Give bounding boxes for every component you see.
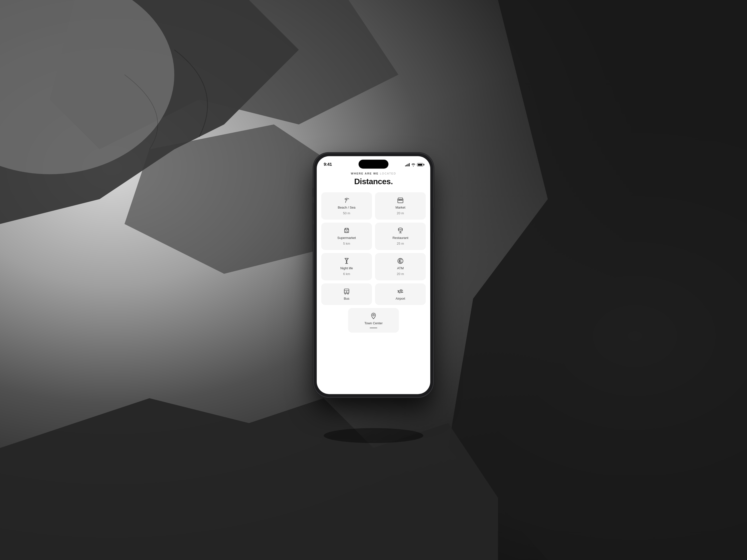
card-night-life[interactable]: Night life 6 km bbox=[321, 253, 372, 280]
card-nightlife-name: Night life bbox=[340, 266, 353, 270]
svg-point-24 bbox=[373, 314, 375, 316]
card-supermarket-distance: 5 km bbox=[343, 242, 350, 245]
app-subtitle: WHERE ARE WE LOCATED bbox=[317, 172, 430, 175]
status-icons bbox=[405, 163, 423, 166]
card-restaurant-distance: 25 m bbox=[397, 242, 404, 245]
distance-grid: Beach / Sea 50 m Market 20 m bbox=[317, 192, 430, 305]
card-supermarket-name: Supermarket bbox=[337, 236, 356, 240]
app-content: WHERE ARE WE LOCATED Distances. Beach / … bbox=[317, 169, 430, 338]
status-time: 9:41 bbox=[324, 162, 332, 167]
market-icon bbox=[397, 196, 404, 204]
card-supermarket[interactable]: Supermarket 5 km bbox=[321, 222, 372, 250]
card-beach-distance: 50 m bbox=[343, 211, 350, 215]
card-restaurant[interactable]: Restaurant 25 m bbox=[375, 222, 426, 250]
supermarket-icon bbox=[343, 227, 350, 234]
location-pin-icon bbox=[370, 312, 377, 319]
volume-down-button bbox=[312, 224, 314, 241]
euro-icon bbox=[397, 257, 404, 264]
phone-mockup: 9:41 bbox=[314, 153, 433, 397]
card-market-name: Market bbox=[395, 206, 405, 209]
card-atm-distance: 20 m bbox=[397, 272, 404, 276]
card-beach-sea[interactable]: Beach / Sea 50 m bbox=[321, 192, 372, 219]
card-atm[interactable]: ATM 20 m bbox=[375, 253, 426, 280]
svg-rect-6 bbox=[346, 231, 347, 233]
card-market-distance: 20 m bbox=[397, 211, 404, 215]
volume-up-button bbox=[312, 203, 314, 220]
phone-frame: 9:41 bbox=[314, 153, 433, 397]
power-button bbox=[433, 208, 435, 233]
card-nightlife-distance: 6 km bbox=[343, 272, 350, 276]
card-bus[interactable]: Bus bbox=[321, 283, 372, 305]
restaurant-icon bbox=[397, 227, 404, 234]
bottom-card-row: Town Center bbox=[317, 308, 430, 332]
bus-icon bbox=[343, 288, 350, 295]
card-restaurant-name: Restaurant bbox=[392, 236, 408, 240]
cocktail-icon bbox=[343, 257, 350, 264]
card-town-center[interactable]: Town Center bbox=[348, 308, 399, 332]
card-bus-name: Bus bbox=[344, 297, 349, 300]
wifi-icon bbox=[411, 163, 415, 166]
dynamic-island bbox=[359, 160, 388, 168]
plane-icon bbox=[397, 288, 404, 295]
card-airport-name: Airport bbox=[396, 297, 405, 300]
card-atm-name: ATM bbox=[397, 266, 404, 270]
signal-icon bbox=[405, 163, 410, 166]
card-town-center-name: Town Center bbox=[364, 321, 383, 325]
card-beach-name: Beach / Sea bbox=[338, 206, 356, 209]
beach-icon bbox=[343, 196, 350, 204]
svg-point-9 bbox=[398, 228, 403, 230]
mute-button bbox=[312, 188, 314, 197]
card-airport[interactable]: Airport bbox=[375, 283, 426, 305]
card-market[interactable]: Market 20 m bbox=[375, 192, 426, 219]
app-title: Distances. bbox=[317, 177, 430, 186]
svg-point-3 bbox=[324, 428, 423, 443]
phone-screen: 9:41 bbox=[317, 156, 430, 394]
svg-rect-4 bbox=[398, 199, 403, 203]
battery-icon bbox=[417, 163, 423, 166]
